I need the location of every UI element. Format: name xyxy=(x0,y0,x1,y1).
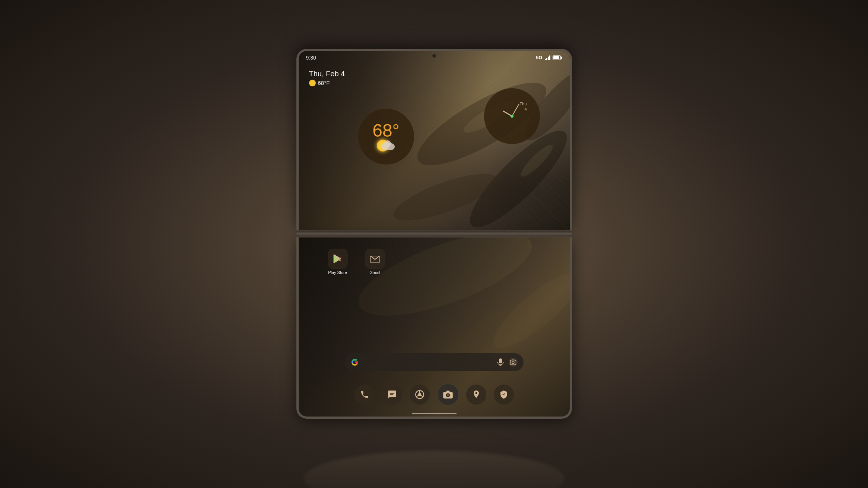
dock-maps[interactable] xyxy=(466,385,486,405)
screen-bottom: Play Store Gmail xyxy=(299,237,570,417)
device-bottom-half: Play Store Gmail xyxy=(296,236,572,419)
signal-icon xyxy=(545,55,550,60)
maps-icon xyxy=(472,390,481,399)
device-shell: 9:30 5G xyxy=(293,49,576,440)
microphone-icon[interactable] xyxy=(496,358,505,367)
chrome-icon xyxy=(415,390,425,399)
play-store-label: Play Store xyxy=(328,270,347,275)
dock-container xyxy=(299,380,570,409)
svg-rect-13 xyxy=(510,360,516,364)
weather-circle-widget[interactable]: 68° xyxy=(358,109,414,165)
google-g-icon xyxy=(351,358,359,366)
screen-top: 9:30 5G xyxy=(299,51,570,230)
dock-files[interactable] xyxy=(494,385,514,405)
app-icons-row: Play Store Gmail xyxy=(310,249,403,280)
status-time: 9:30 xyxy=(306,55,316,61)
play-store-icon[interactable] xyxy=(328,249,348,269)
weather-date: Thu, Feb 4 xyxy=(309,70,345,78)
device-top-half: 9:30 5G xyxy=(296,49,572,231)
sun-icon-small xyxy=(309,80,316,86)
hinge-connector xyxy=(296,231,572,236)
svg-point-25 xyxy=(475,392,477,394)
clock-widget[interactable]: Thu 4 xyxy=(484,88,540,144)
weather-sun-container xyxy=(377,140,395,151)
weather-temp-small: 68°F xyxy=(309,80,345,86)
camera-icon xyxy=(443,390,453,399)
messages-icon xyxy=(387,390,397,399)
dock xyxy=(347,380,521,409)
clock-face: Thu 4 xyxy=(493,98,531,135)
battery-icon xyxy=(553,55,562,60)
status-icons: 5G xyxy=(536,55,562,60)
home-indicator[interactable] xyxy=(412,413,457,414)
search-bar[interactable] xyxy=(345,353,524,371)
gmail-label: Gmail xyxy=(369,270,380,275)
weather-big-temp: 68° xyxy=(372,122,400,140)
network-type: 5G xyxy=(536,55,542,60)
app-row: Play Store Gmail xyxy=(310,249,403,278)
play-store-svg xyxy=(332,253,343,264)
dock-chrome[interactable] xyxy=(410,385,430,405)
dock-messages[interactable] xyxy=(382,385,402,405)
side-button[interactable] xyxy=(570,131,572,150)
gmail-app[interactable]: Gmail xyxy=(362,249,388,275)
gmail-svg xyxy=(369,254,381,263)
camera-dot xyxy=(432,54,436,58)
clock-minute-hand xyxy=(512,103,519,116)
phone-icon xyxy=(360,390,369,399)
files-icon xyxy=(499,390,508,399)
dock-camera[interactable] xyxy=(437,384,459,405)
search-bar-container xyxy=(299,353,570,376)
clock-center-dot xyxy=(511,115,514,118)
svg-line-18 xyxy=(421,395,423,396)
svg-rect-23 xyxy=(446,390,449,392)
svg-rect-10 xyxy=(499,358,502,363)
status-bar: 9:30 5G xyxy=(299,51,570,64)
gmail-icon[interactable] xyxy=(365,249,385,269)
svg-point-14 xyxy=(512,361,514,363)
svg-line-19 xyxy=(416,395,419,396)
device-reflection xyxy=(304,451,565,488)
dock-phone[interactable] xyxy=(354,385,375,405)
svg-point-24 xyxy=(447,395,449,396)
weather-text-widget[interactable]: Thu, Feb 4 68°F xyxy=(309,70,345,86)
play-store-app[interactable]: Play Store xyxy=(325,249,351,275)
cloud-icon xyxy=(381,143,395,150)
camera-search-icon[interactable] xyxy=(509,358,518,367)
